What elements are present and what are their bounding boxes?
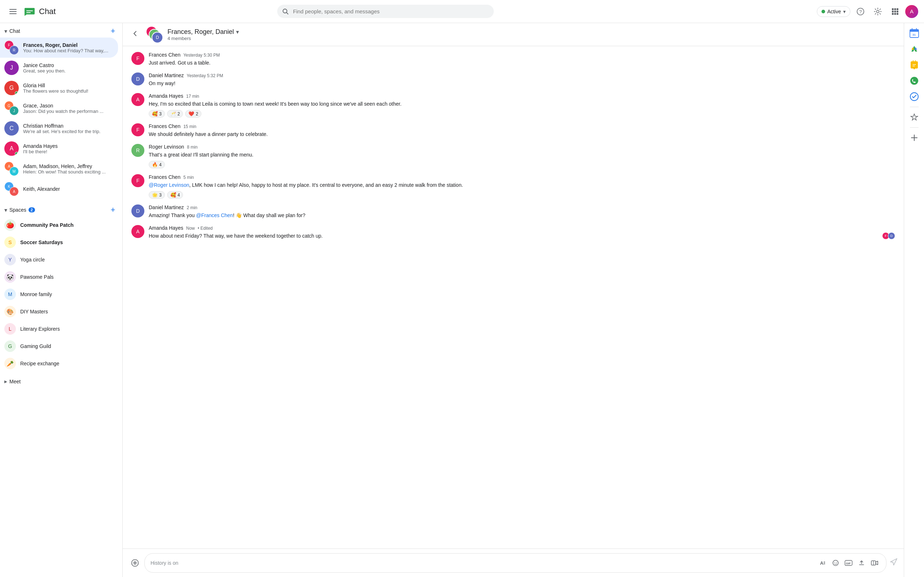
space-item-recipe-exchange[interactable]: 🥕 Recipe exchange [0,355,118,372]
msg-time-frances-3: 5 min [183,175,194,180]
status-button[interactable]: Active ▾ [817,6,850,17]
msg-sender-roger: Roger Levinson [149,144,184,150]
msg-time-amanda-2: Now [186,226,195,231]
mention-frances[interactable]: @Frances Chen [196,213,233,218]
msg-text-amanda-1: Hey, I'm so excited that Leila is coming… [149,100,895,108]
space-item-pawsome-pals[interactable]: 🐼 Pawsome Pals [0,268,118,285]
google-phone-button[interactable] [907,74,921,88]
reaction-count: 3 [159,193,162,198]
space-avatar-community-pea-patch: 🍅 [4,219,16,231]
space-item-gaming-guild[interactable]: G Gaming Guild [0,338,118,355]
reaction-clinking[interactable]: 🥂2 [167,110,183,118]
google-keep-button[interactable] [907,58,921,72]
message-frances-dinner: F Frances Chen 15 min We should definite… [131,123,895,138]
read-avatar-daniel: D [888,232,895,239]
back-button[interactable] [129,27,142,42]
google-calendar-button[interactable]: 31 [907,26,921,40]
space-name-gaming-guild: Gaming Guild [20,343,51,349]
conversation-item-adam-madison[interactable]: A M Adam, Madison, Helen, Jeffrey Helen:… [0,159,118,179]
meet-section[interactable]: ▸ Meet [0,375,122,388]
upload-button[interactable] [856,557,867,569]
back-arrow-icon [131,30,139,37]
gif-icon: GIF [845,560,853,566]
conversation-item-grace-jason[interactable]: G J Grace, Jason Jason: Did you watch th… [0,98,118,118]
starred-button[interactable] [907,110,921,124]
reaction-heart[interactable]: ❤️2 [185,110,201,118]
space-item-yoga-circle[interactable]: Y Yoga circle [0,251,118,268]
conversation-preview: Jason: Did you watch the performan ... [23,108,114,114]
chat-logo [23,5,36,18]
hamburger-menu[interactable] [6,4,20,19]
user-avatar[interactable]: A [905,5,918,18]
svg-rect-2 [10,13,16,14]
space-item-monroe-family[interactable]: M Monroe family [0,285,118,303]
space-name-community-pea-patch: Community Pea Patch [20,222,74,228]
gif-button[interactable]: GIF [843,557,855,569]
reaction-hugging[interactable]: 🥰4 [167,191,183,199]
google-drive-button[interactable] [907,42,921,56]
svg-rect-34 [910,31,919,32]
conversation-content-frances-roger-daniel: Frances, Roger, Daniel You: How about ne… [23,42,114,53]
msg-row-friday: How about next Friday? That way, we have… [149,232,895,240]
emoji-button[interactable] [830,557,842,569]
chat-section-header[interactable]: ▾ Chat + [0,23,122,37]
svg-text:GIF: GIF [846,562,851,565]
conversation-item-gloria-hill[interactable]: G Gloria Hill The flowers were so though… [0,78,118,98]
msg-content-amanda-1: Amanda Hayes 17 min Hey, I'm so excited … [149,93,895,118]
conversation-item-christian-hoffman[interactable]: C Christian Hoffman We're all set. He's … [0,118,118,139]
conversation-name: Adam, Madison, Helen, Jeffrey [23,163,114,169]
conversation-preview: We're all set. He's excited for the trip… [23,129,114,134]
msg-text-daniel-1: On my way! [149,80,895,87]
google-calendar-icon: 31 [909,28,919,38]
msg-avatar-daniel-1: D [131,73,144,85]
status-dot [822,10,825,13]
reaction-star[interactable]: 🌟3 [149,191,165,199]
add-attachment-button[interactable] [129,556,142,569]
svg-point-27 [836,562,837,563]
input-placeholder[interactable]: History is on [150,560,814,566]
emoji-icon [832,560,839,566]
conversation-name: Janice Castro [23,62,114,68]
spaces-section-header[interactable]: ▾ Spaces 2 + [0,202,122,216]
messages-area: F Frances Chen Yesterday 5:30 PM Just ar… [123,46,904,548]
reaction-emoji: 🥰 [152,111,158,116]
conversation-item-amanda-hayes[interactable]: A Amanda Hayes I'll be there! [0,139,118,159]
settings-button[interactable] [871,4,885,19]
apps-button[interactable] [888,4,902,19]
meet-label: Meet [10,379,21,384]
space-item-literary-explorers[interactable]: L Literary Explorers [0,320,118,338]
svg-rect-1 [10,11,16,12]
conversation-item-frances-roger-daniel[interactable]: F R Frances, Roger, Daniel You: How abou… [0,37,118,58]
msg-header-daniel-1: Daniel Martinez Yesterday 5:32 PM [149,73,895,78]
chat-title: Frances, Roger, Daniel [168,28,234,36]
message-daniel-mention-frances: D Daniel Martinez 2 min Amazing! Thank y… [131,205,895,219]
add-icon [910,134,918,142]
svg-point-40 [910,77,918,85]
send-button[interactable] [889,558,898,568]
global-header: Chat Active ▾ ? [0,0,924,23]
status-label: Active [827,9,841,15]
google-tasks-button[interactable] [907,89,921,104]
reaction-fire[interactable]: 🔥4 [149,161,165,168]
reaction-heart-eyes[interactable]: 🥰3 [149,110,165,118]
text-format-button[interactable]: A [817,557,828,569]
msg-avatar-daniel-2: D [131,205,144,218]
new-chat-button[interactable]: + [108,26,118,36]
conversation-content-christian: Christian Hoffman We're all set. He's ex… [23,123,114,134]
mention-roger[interactable]: @Roger Levinson [149,182,189,188]
help-button[interactable]: ? [853,4,868,19]
chat-dropdown-icon[interactable]: ▾ [236,29,239,35]
reaction-count: 3 [159,111,162,116]
new-space-button[interactable]: + [108,205,118,215]
video-call-button[interactable] [869,557,880,569]
space-item-community-pea-patch[interactable]: 🍅 Community Pea Patch [0,216,118,234]
add-app-button[interactable] [907,131,921,145]
group-avatar-adam-madison: A M [4,161,19,176]
space-item-diy-masters[interactable]: 🎨 DIY Masters [0,303,118,320]
conversation-content-amanda: Amanda Hayes I'll be there! [23,143,114,154]
logo-area: Chat [6,4,114,19]
global-search-input[interactable] [277,5,494,18]
space-item-soccer-saturdays[interactable]: S Soccer Saturdays [0,234,118,251]
conversation-item-janice-castro[interactable]: J Janice Castro Great, see you then. [0,58,118,78]
conversation-item-keith-alexander[interactable]: K A Keith, Alexander [0,179,118,199]
